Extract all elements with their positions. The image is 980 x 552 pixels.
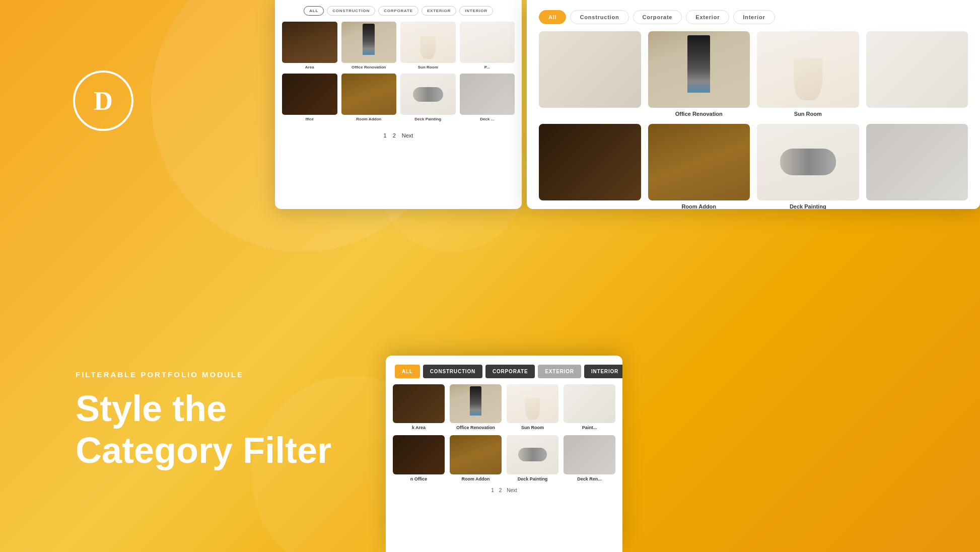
tl-item-4: P... <box>460 22 515 70</box>
bm-page-next[interactable]: Next <box>507 488 517 493</box>
mockup-top-right: All Construction Corporate Exterior Inte… <box>527 0 980 209</box>
tr-vase-shape <box>794 58 822 100</box>
tr-item-8 <box>866 124 968 209</box>
tr-filter-corporate[interactable]: Corporate <box>633 10 682 24</box>
tl-item-6: Room Addon <box>341 74 397 121</box>
tl-thumb-8 <box>460 74 515 115</box>
divi-logo <box>76 0 136 60</box>
page-2[interactable]: 2 <box>393 132 396 139</box>
bm-thumb-7 <box>507 435 558 474</box>
tr-filter-all[interactable]: All <box>539 10 566 24</box>
tl-label-2: Office Renovation <box>341 65 397 70</box>
tr-item-7: Deck Painting <box>757 124 859 209</box>
bm-img-8 <box>564 435 615 474</box>
tr-grid: Office Renovation Sun Room <box>527 31 980 117</box>
bm-item-2: Office Renovation <box>450 384 502 430</box>
tr-item-6: Room Addon <box>648 124 750 209</box>
bm-brush-handle <box>470 386 481 416</box>
tl-img-deck <box>400 74 456 115</box>
bm-item-4: Paint... <box>564 384 615 430</box>
tr-filter-exterior[interactable]: Exterior <box>686 10 729 24</box>
bm-img-deck <box>507 435 558 474</box>
tr-item-3: Sun Room <box>757 31 859 117</box>
bm-filter-interior[interactable]: INTERIOR <box>584 365 622 378</box>
tl-item-8: Deck ... <box>460 74 515 121</box>
bm-label-6: Room Addon <box>450 476 502 481</box>
tl-filter-bar: ALL CONSTRUCTION CORPORATE EXTERIOR INTE… <box>275 0 522 20</box>
tr-img-5 <box>539 124 641 200</box>
tl-filter-construction[interactable]: CONSTRUCTION <box>327 6 375 16</box>
tl-filter-interior[interactable]: INTERIOR <box>459 6 493 16</box>
bm-item-3: Sun Room <box>507 384 558 430</box>
bm-item-8: Deck Ren... <box>564 435 615 481</box>
bm-thumb-4 <box>564 384 615 423</box>
bm-filter-all[interactable]: ALL <box>395 365 420 378</box>
bm-item-1: k Area <box>393 384 445 430</box>
bm-label-1: k Area <box>393 425 445 430</box>
bm-label-2: Office Renovation <box>450 425 502 430</box>
tl-brush-handle <box>363 24 375 55</box>
bm-grid-row2: n Office Room Addon Deck Painting <box>386 435 622 481</box>
tl-img-sunroom <box>400 22 456 63</box>
tl-grid: Area Office Renovation Sun Room <box>275 20 522 125</box>
page-next[interactable]: Next <box>402 132 413 139</box>
tl-label-4: P... <box>460 65 515 70</box>
vase-shape <box>420 36 436 59</box>
tr-thumb-3 <box>757 31 859 108</box>
tr-label-7: Deck Painting <box>757 203 859 209</box>
bm-item-6: Room Addon <box>450 435 502 481</box>
tr-label-3: Sun Room <box>757 111 859 117</box>
tl-img-deck2 <box>460 74 515 115</box>
tl-item-2: Office Renovation <box>341 22 397 70</box>
bm-item-7: Deck Painting <box>507 435 558 481</box>
mockup-area: ALL CONSTRUCTION CORPORATE EXTERIOR INTE… <box>275 0 980 552</box>
bm-img-office <box>450 384 502 423</box>
tl-label-5: ffice <box>282 117 337 121</box>
bm-label-5: n Office <box>393 476 445 481</box>
tr-item-5 <box>539 124 641 209</box>
bm-label-3: Sun Room <box>507 425 558 430</box>
bm-page-2[interactable]: 2 <box>499 488 502 493</box>
tl-filter-exterior[interactable]: EXTERIOR <box>422 6 456 16</box>
bm-thumb-6 <box>450 435 502 474</box>
roller-shape <box>413 87 443 102</box>
bm-img-5 <box>393 435 445 474</box>
bm-filter-corporate[interactable]: CORPORATE <box>485 365 535 378</box>
tl-label-3: Sun Room <box>400 65 456 70</box>
tl-img-office2 <box>282 74 337 115</box>
tl-thumb-3 <box>400 22 456 63</box>
tl-thumb-5 <box>282 74 337 115</box>
tl-item-3: Sun Room <box>400 22 456 70</box>
tl-label-8: Deck ... <box>460 117 515 121</box>
bm-page-1[interactable]: 1 <box>491 488 494 493</box>
tr-thumb-6 <box>648 124 750 200</box>
tl-filter-corporate[interactable]: CORPORATE <box>378 6 418 16</box>
tr-img-deck <box>757 124 859 200</box>
bm-thumb-8 <box>564 435 615 474</box>
tr-thumb-2 <box>648 31 750 108</box>
tl-item-7: Deck Painting <box>400 74 456 121</box>
tl-item-5: ffice <box>282 74 337 121</box>
bm-label-4: Paint... <box>564 425 615 430</box>
bm-label-8: Deck Ren... <box>564 476 615 481</box>
tl-img-area <box>282 22 337 63</box>
bm-grid-row1: k Area Office Renovation Sun Room <box>386 384 622 430</box>
tr-thumb-8 <box>866 124 968 200</box>
tr-grid-row2: Room Addon Deck Painting <box>527 124 980 209</box>
bm-thumb-2 <box>450 384 502 423</box>
bm-thumb-1 <box>393 384 445 423</box>
tr-brush-handle <box>687 35 710 93</box>
tr-filter-interior[interactable]: Interior <box>733 10 775 24</box>
tl-thumb-1 <box>282 22 337 63</box>
tl-item-1: Area <box>282 22 337 70</box>
bm-filter-construction[interactable]: CONSTRUCTION <box>423 365 482 378</box>
tr-filter-construction[interactable]: Construction <box>570 10 628 24</box>
tl-filter-all[interactable]: ALL <box>304 6 324 16</box>
page-1[interactable]: 1 <box>384 132 387 139</box>
tl-img-partial <box>460 22 515 63</box>
bm-filter-exterior[interactable]: EXTERIOR <box>538 365 581 378</box>
bm-filter-bar: ALL CONSTRUCTION CORPORATE EXTERIOR INTE… <box>386 356 622 384</box>
tr-img-4 <box>866 31 968 108</box>
tl-label-7: Deck Painting <box>400 117 456 121</box>
bm-thumb-5 <box>393 435 445 474</box>
